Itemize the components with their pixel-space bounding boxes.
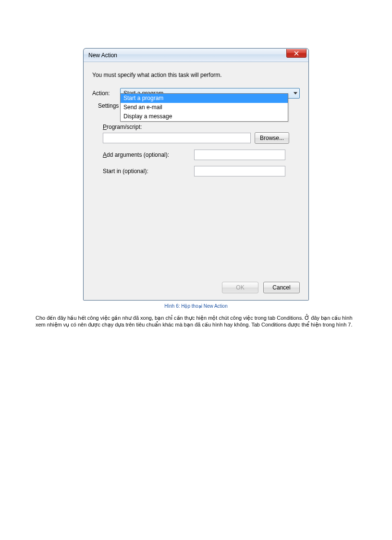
titlebar: New Action [84, 49, 308, 62]
action-label: Action: [92, 90, 120, 97]
body-paragraph: Cho đến đây hầu hết công việc gần như đã… [36, 314, 356, 328]
action-dropdown-list: Start a program Send an e-mail Display a… [120, 93, 288, 122]
program-script-input[interactable] [103, 133, 251, 143]
start-in-input[interactable] [194, 166, 285, 176]
dropdown-item-display-message[interactable]: Display a message [121, 112, 288, 121]
program-script-label: Program/script: [103, 124, 300, 130]
ok-button[interactable]: OK [222, 282, 258, 293]
figure-caption: Hình 6: Hộp thoại New Action [36, 303, 356, 309]
close-icon [294, 51, 299, 56]
add-arguments-label: Add arguments (optional): [103, 151, 194, 158]
chevron-down-icon [294, 92, 297, 95]
instruction-text: You must specify what action this task w… [92, 72, 300, 78]
dialog-body: You must specify what action this task w… [84, 62, 308, 300]
cancel-button[interactable]: Cancel [263, 282, 300, 293]
browse-button[interactable]: Browse... [255, 132, 289, 144]
dropdown-item-start-program[interactable]: Start a program [121, 94, 288, 103]
start-in-label: Start in (optional): [103, 168, 194, 175]
new-action-dialog: New Action You must specify what action … [83, 48, 309, 301]
close-button[interactable] [286, 49, 306, 58]
window-title: New Action [88, 52, 117, 59]
dropdown-item-send-email[interactable]: Send an e-mail [121, 103, 288, 112]
add-arguments-input[interactable] [194, 150, 285, 160]
